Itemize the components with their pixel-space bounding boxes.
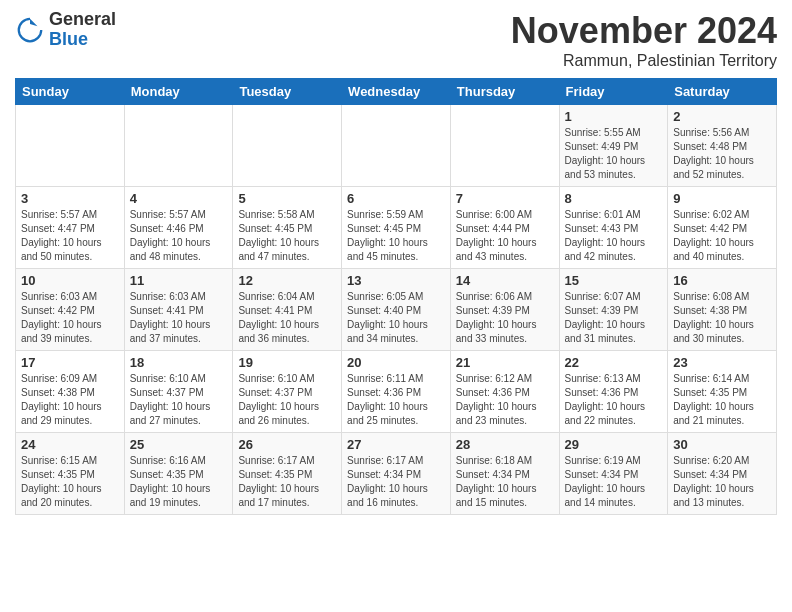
day-info: Sunrise: 5:59 AM Sunset: 4:45 PM Dayligh… bbox=[347, 208, 445, 264]
calendar-table: SundayMondayTuesdayWednesdayThursdayFrid… bbox=[15, 78, 777, 515]
day-info: Sunrise: 6:01 AM Sunset: 4:43 PM Dayligh… bbox=[565, 208, 663, 264]
day-info: Sunrise: 6:10 AM Sunset: 4:37 PM Dayligh… bbox=[238, 372, 336, 428]
calendar-cell: 1Sunrise: 5:55 AM Sunset: 4:49 PM Daylig… bbox=[559, 105, 668, 187]
calendar-cell: 25Sunrise: 6:16 AM Sunset: 4:35 PM Dayli… bbox=[124, 433, 233, 515]
calendar-cell: 8Sunrise: 6:01 AM Sunset: 4:43 PM Daylig… bbox=[559, 187, 668, 269]
calendar-header-row: SundayMondayTuesdayWednesdayThursdayFrid… bbox=[16, 79, 777, 105]
day-number: 2 bbox=[673, 109, 771, 124]
day-info: Sunrise: 6:07 AM Sunset: 4:39 PM Dayligh… bbox=[565, 290, 663, 346]
day-number: 21 bbox=[456, 355, 554, 370]
calendar-cell: 21Sunrise: 6:12 AM Sunset: 4:36 PM Dayli… bbox=[450, 351, 559, 433]
day-info: Sunrise: 6:18 AM Sunset: 4:34 PM Dayligh… bbox=[456, 454, 554, 510]
column-header-sunday: Sunday bbox=[16, 79, 125, 105]
calendar-cell: 16Sunrise: 6:08 AM Sunset: 4:38 PM Dayli… bbox=[668, 269, 777, 351]
day-info: Sunrise: 5:55 AM Sunset: 4:49 PM Dayligh… bbox=[565, 126, 663, 182]
logo-icon bbox=[15, 15, 45, 45]
column-header-wednesday: Wednesday bbox=[342, 79, 451, 105]
day-number: 3 bbox=[21, 191, 119, 206]
day-info: Sunrise: 6:16 AM Sunset: 4:35 PM Dayligh… bbox=[130, 454, 228, 510]
column-header-thursday: Thursday bbox=[450, 79, 559, 105]
calendar-cell: 10Sunrise: 6:03 AM Sunset: 4:42 PM Dayli… bbox=[16, 269, 125, 351]
column-header-saturday: Saturday bbox=[668, 79, 777, 105]
month-title: November 2024 bbox=[511, 10, 777, 52]
day-info: Sunrise: 6:12 AM Sunset: 4:36 PM Dayligh… bbox=[456, 372, 554, 428]
calendar-cell: 28Sunrise: 6:18 AM Sunset: 4:34 PM Dayli… bbox=[450, 433, 559, 515]
calendar-cell: 19Sunrise: 6:10 AM Sunset: 4:37 PM Dayli… bbox=[233, 351, 342, 433]
calendar-cell: 5Sunrise: 5:58 AM Sunset: 4:45 PM Daylig… bbox=[233, 187, 342, 269]
day-info: Sunrise: 6:09 AM Sunset: 4:38 PM Dayligh… bbox=[21, 372, 119, 428]
day-number: 20 bbox=[347, 355, 445, 370]
page-container: General Blue November 2024 Rammun, Pales… bbox=[0, 0, 792, 525]
calendar-cell bbox=[16, 105, 125, 187]
day-number: 4 bbox=[130, 191, 228, 206]
day-info: Sunrise: 6:17 AM Sunset: 4:35 PM Dayligh… bbox=[238, 454, 336, 510]
day-info: Sunrise: 6:11 AM Sunset: 4:36 PM Dayligh… bbox=[347, 372, 445, 428]
calendar-cell: 27Sunrise: 6:17 AM Sunset: 4:34 PM Dayli… bbox=[342, 433, 451, 515]
day-number: 11 bbox=[130, 273, 228, 288]
day-info: Sunrise: 6:19 AM Sunset: 4:34 PM Dayligh… bbox=[565, 454, 663, 510]
day-number: 12 bbox=[238, 273, 336, 288]
calendar-cell bbox=[233, 105, 342, 187]
calendar-week-row: 3Sunrise: 5:57 AM Sunset: 4:47 PM Daylig… bbox=[16, 187, 777, 269]
day-info: Sunrise: 6:04 AM Sunset: 4:41 PM Dayligh… bbox=[238, 290, 336, 346]
calendar-cell: 3Sunrise: 5:57 AM Sunset: 4:47 PM Daylig… bbox=[16, 187, 125, 269]
calendar-cell: 15Sunrise: 6:07 AM Sunset: 4:39 PM Dayli… bbox=[559, 269, 668, 351]
calendar-cell: 4Sunrise: 5:57 AM Sunset: 4:46 PM Daylig… bbox=[124, 187, 233, 269]
day-number: 30 bbox=[673, 437, 771, 452]
day-number: 25 bbox=[130, 437, 228, 452]
day-number: 17 bbox=[21, 355, 119, 370]
day-number: 23 bbox=[673, 355, 771, 370]
day-number: 15 bbox=[565, 273, 663, 288]
page-header: General Blue November 2024 Rammun, Pales… bbox=[15, 10, 777, 70]
day-info: Sunrise: 6:17 AM Sunset: 4:34 PM Dayligh… bbox=[347, 454, 445, 510]
day-number: 24 bbox=[21, 437, 119, 452]
day-number: 19 bbox=[238, 355, 336, 370]
calendar-cell: 6Sunrise: 5:59 AM Sunset: 4:45 PM Daylig… bbox=[342, 187, 451, 269]
day-number: 7 bbox=[456, 191, 554, 206]
day-number: 9 bbox=[673, 191, 771, 206]
day-number: 8 bbox=[565, 191, 663, 206]
calendar-cell bbox=[124, 105, 233, 187]
calendar-cell: 18Sunrise: 6:10 AM Sunset: 4:37 PM Dayli… bbox=[124, 351, 233, 433]
calendar-cell bbox=[342, 105, 451, 187]
column-header-monday: Monday bbox=[124, 79, 233, 105]
day-number: 13 bbox=[347, 273, 445, 288]
day-number: 1 bbox=[565, 109, 663, 124]
day-info: Sunrise: 5:57 AM Sunset: 4:47 PM Dayligh… bbox=[21, 208, 119, 264]
calendar-cell: 9Sunrise: 6:02 AM Sunset: 4:42 PM Daylig… bbox=[668, 187, 777, 269]
calendar-cell: 29Sunrise: 6:19 AM Sunset: 4:34 PM Dayli… bbox=[559, 433, 668, 515]
day-info: Sunrise: 6:13 AM Sunset: 4:36 PM Dayligh… bbox=[565, 372, 663, 428]
column-header-tuesday: Tuesday bbox=[233, 79, 342, 105]
calendar-cell: 26Sunrise: 6:17 AM Sunset: 4:35 PM Dayli… bbox=[233, 433, 342, 515]
day-info: Sunrise: 6:14 AM Sunset: 4:35 PM Dayligh… bbox=[673, 372, 771, 428]
day-info: Sunrise: 5:56 AM Sunset: 4:48 PM Dayligh… bbox=[673, 126, 771, 182]
calendar-cell: 2Sunrise: 5:56 AM Sunset: 4:48 PM Daylig… bbox=[668, 105, 777, 187]
day-info: Sunrise: 6:06 AM Sunset: 4:39 PM Dayligh… bbox=[456, 290, 554, 346]
calendar-cell: 23Sunrise: 6:14 AM Sunset: 4:35 PM Dayli… bbox=[668, 351, 777, 433]
day-info: Sunrise: 6:02 AM Sunset: 4:42 PM Dayligh… bbox=[673, 208, 771, 264]
day-number: 16 bbox=[673, 273, 771, 288]
day-number: 6 bbox=[347, 191, 445, 206]
calendar-cell: 12Sunrise: 6:04 AM Sunset: 4:41 PM Dayli… bbox=[233, 269, 342, 351]
day-number: 27 bbox=[347, 437, 445, 452]
logo-blue-text: Blue bbox=[49, 30, 116, 50]
day-number: 14 bbox=[456, 273, 554, 288]
day-number: 5 bbox=[238, 191, 336, 206]
day-info: Sunrise: 6:08 AM Sunset: 4:38 PM Dayligh… bbox=[673, 290, 771, 346]
day-number: 10 bbox=[21, 273, 119, 288]
logo-text: General Blue bbox=[49, 10, 116, 50]
day-number: 22 bbox=[565, 355, 663, 370]
calendar-cell: 20Sunrise: 6:11 AM Sunset: 4:36 PM Dayli… bbox=[342, 351, 451, 433]
day-info: Sunrise: 6:15 AM Sunset: 4:35 PM Dayligh… bbox=[21, 454, 119, 510]
location-text: Rammun, Palestinian Territory bbox=[511, 52, 777, 70]
day-info: Sunrise: 6:20 AM Sunset: 4:34 PM Dayligh… bbox=[673, 454, 771, 510]
day-number: 29 bbox=[565, 437, 663, 452]
calendar-cell: 7Sunrise: 6:00 AM Sunset: 4:44 PM Daylig… bbox=[450, 187, 559, 269]
calendar-cell: 30Sunrise: 6:20 AM Sunset: 4:34 PM Dayli… bbox=[668, 433, 777, 515]
calendar-week-row: 24Sunrise: 6:15 AM Sunset: 4:35 PM Dayli… bbox=[16, 433, 777, 515]
day-number: 28 bbox=[456, 437, 554, 452]
day-info: Sunrise: 5:58 AM Sunset: 4:45 PM Dayligh… bbox=[238, 208, 336, 264]
day-number: 26 bbox=[238, 437, 336, 452]
calendar-cell: 22Sunrise: 6:13 AM Sunset: 4:36 PM Dayli… bbox=[559, 351, 668, 433]
calendar-cell: 14Sunrise: 6:06 AM Sunset: 4:39 PM Dayli… bbox=[450, 269, 559, 351]
